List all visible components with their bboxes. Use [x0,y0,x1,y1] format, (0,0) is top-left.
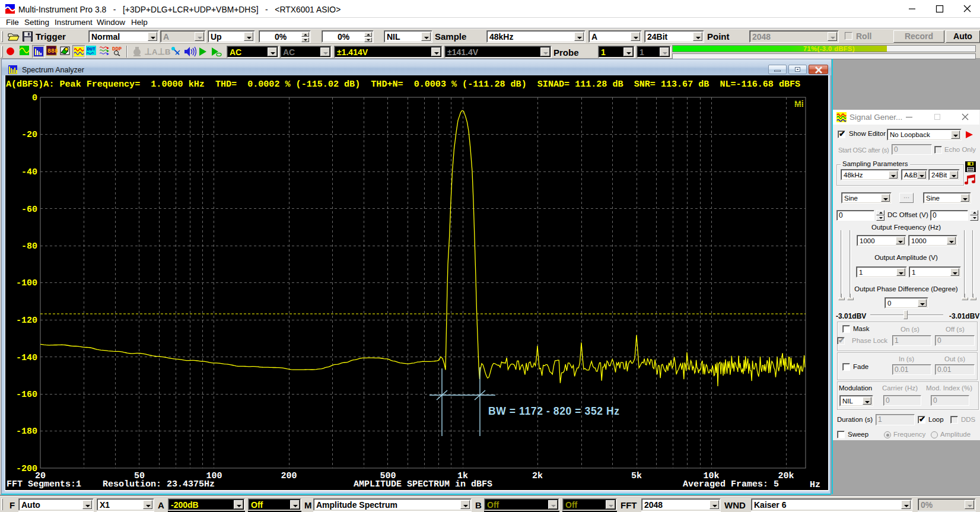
svg-text:2k: 2k [532,471,543,481]
svg-text:AMPLITUDE SPECTRUM in dBFS: AMPLITUDE SPECTRUM in dBFS [354,479,492,489]
svg-text:Mi: Mi [794,99,804,109]
svg-text:-60: -60 [21,205,37,215]
svg-text:-40: -40 [21,167,37,177]
svg-text:-180: -180 [16,427,37,437]
svg-text:5k: 5k [631,471,642,481]
svg-text:-20: -20 [21,130,37,140]
svg-text:Averaged Frames: 5: Averaged Frames: 5 [683,479,779,489]
svg-text:-200: -200 [16,464,37,474]
svg-text:888: 888 [47,48,58,55]
svg-text:DUT: DUT [87,46,96,52]
svg-text:Hz: Hz [810,480,820,490]
svg-text:200: 200 [281,471,297,481]
svg-text:-140: -140 [16,353,37,363]
svg-text:DDP: DDP [112,46,122,52]
svg-text:20k: 20k [778,471,794,481]
svg-text:-160: -160 [16,390,37,400]
svg-text:-120: -120 [16,316,37,326]
svg-text:-100: -100 [16,278,37,288]
svg-text:BW = 1172 - 820 = 352 Hz: BW = 1172 - 820 = 352 Hz [488,405,620,417]
svg-text:-80: -80 [21,241,37,252]
svg-text:0: 0 [32,93,37,103]
svg-text:FFT Segments:1 Resolution:: FFT Segments:1 Resolution: 23.4375Hz [7,479,215,489]
